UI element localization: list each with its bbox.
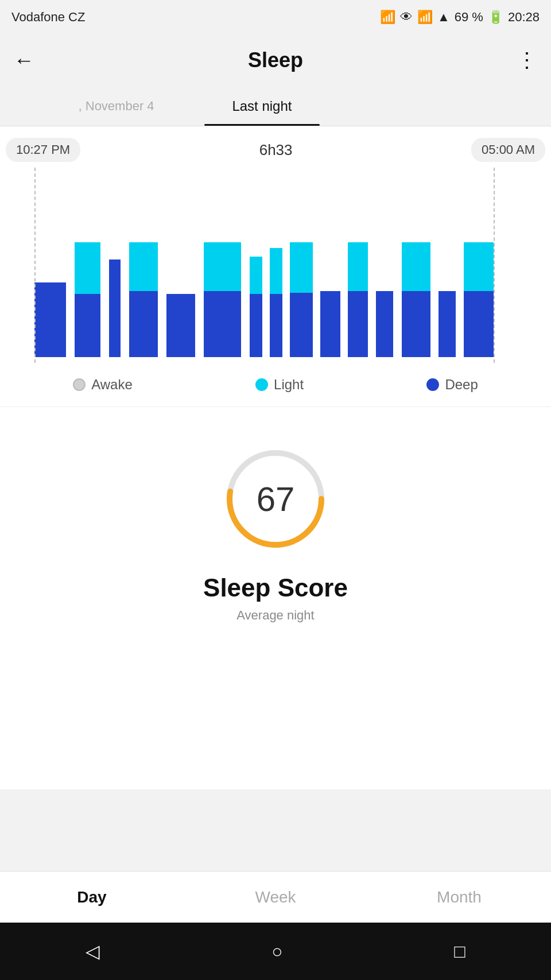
sleep-chart-svg xyxy=(0,168,551,363)
light-label: Light xyxy=(274,377,304,393)
svg-rect-22 xyxy=(439,291,456,357)
svg-rect-11 xyxy=(250,294,262,357)
page-title: Sleep xyxy=(248,48,303,72)
carrier-label: Vodafone CZ xyxy=(11,10,85,25)
tab-date-partial: , November 4 xyxy=(0,99,166,114)
end-time-label: 05:00 AM xyxy=(471,138,545,162)
more-button[interactable]: ⋮ xyxy=(517,48,537,72)
sleep-chart xyxy=(0,168,551,363)
bottom-tab-bar: Day Week Month xyxy=(0,871,551,923)
awake-label: Awake xyxy=(91,377,133,393)
dashed-line-right xyxy=(494,168,495,363)
score-section: 67 Sleep Score Average night xyxy=(0,407,551,646)
legend-deep: Deep xyxy=(426,377,478,393)
light-dot xyxy=(255,378,268,391)
deep-dot xyxy=(426,378,439,391)
svg-rect-1 xyxy=(34,282,66,357)
svg-rect-16 xyxy=(320,291,340,357)
svg-rect-6 xyxy=(129,291,158,357)
chart-section: 10:27 PM 6h33 05:00 AM xyxy=(0,126,551,363)
android-recent-button[interactable]: □ xyxy=(454,941,465,962)
status-bar: Vodafone CZ 📶 👁 📶 ▲ 69 % 🔋 20:28 xyxy=(0,0,551,34)
dashed-line-left xyxy=(34,168,36,363)
svg-rect-24 xyxy=(464,291,494,357)
legend: Awake Light Deep xyxy=(0,363,551,407)
svg-rect-9 xyxy=(204,291,241,357)
score-subtitle: Average night xyxy=(236,608,314,623)
svg-rect-3 xyxy=(75,294,100,357)
wifi-icon: 📶 xyxy=(417,10,433,25)
score-circle: 67 xyxy=(218,441,333,556)
tab-day[interactable]: Day xyxy=(0,888,184,907)
svg-rect-7 xyxy=(166,294,195,357)
status-icons: 📶 👁 📶 ▲ 69 % 🔋 20:28 xyxy=(380,10,540,25)
awake-dot xyxy=(73,378,86,391)
legend-awake: Awake xyxy=(73,377,133,393)
bluetooth-icon: 📶 xyxy=(380,10,395,25)
svg-rect-13 xyxy=(270,294,282,357)
battery-icon: 🔋 xyxy=(488,10,503,25)
tab-month[interactable]: Month xyxy=(367,888,551,907)
tab-bar: , November 4 Last night xyxy=(0,86,551,126)
time-labels: 10:27 PM 6h33 05:00 AM xyxy=(0,138,551,162)
score-title: Sleep Score xyxy=(203,574,348,602)
svg-rect-18 xyxy=(348,291,368,357)
spacer xyxy=(0,646,551,789)
battery-label: 69 % xyxy=(455,10,483,25)
svg-rect-15 xyxy=(290,293,313,357)
android-home-button[interactable]: ○ xyxy=(271,941,282,962)
back-button[interactable]: ← xyxy=(14,48,34,72)
top-nav: ← Sleep ⋮ xyxy=(0,34,551,86)
android-back-button[interactable]: ◁ xyxy=(86,940,100,962)
time-label: 20:28 xyxy=(508,10,540,25)
tab-week[interactable]: Week xyxy=(184,888,367,907)
svg-rect-4 xyxy=(109,259,121,357)
legend-light: Light xyxy=(255,377,304,393)
android-nav-bar: ◁ ○ □ xyxy=(0,923,551,980)
svg-rect-19 xyxy=(376,291,393,357)
score-value: 67 xyxy=(257,479,295,519)
signal-icon: ▲ xyxy=(437,10,450,25)
svg-rect-21 xyxy=(402,291,430,357)
eye-icon: 👁 xyxy=(400,10,413,25)
start-time-label: 10:27 PM xyxy=(6,138,80,162)
deep-label: Deep xyxy=(445,377,478,393)
duration-label: 6h33 xyxy=(259,141,293,159)
tab-last-night[interactable]: Last night xyxy=(166,86,359,126)
